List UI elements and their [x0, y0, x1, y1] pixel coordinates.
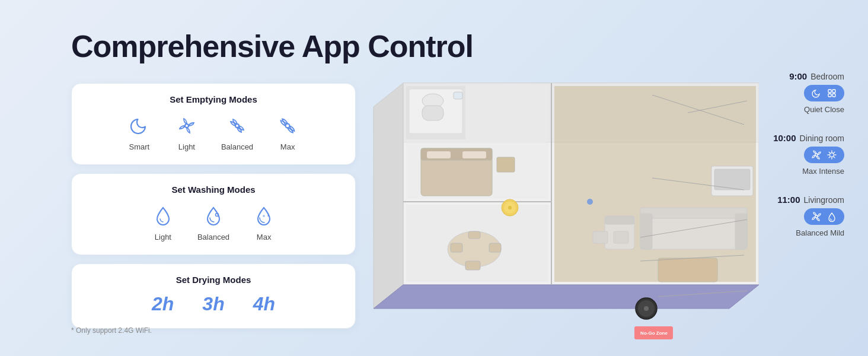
svg-marker-7	[374, 83, 403, 309]
footnote: * Only support 2.4G WiFi.	[71, 326, 152, 335]
svg-point-2	[286, 124, 290, 128]
svg-rect-16	[462, 151, 486, 158]
svg-point-3	[216, 214, 219, 217]
wash-mode-label-light: Light	[155, 233, 171, 241]
svg-line-65	[829, 152, 829, 152]
fan-badge-icon	[811, 150, 822, 160]
washing-modes-title: Set Washing Modes	[88, 185, 339, 195]
mode-label-smart: Smart	[129, 142, 150, 151]
svg-line-66	[834, 157, 835, 158]
svg-point-4	[263, 215, 265, 217]
annotation-dining-sub: Max Intense	[802, 167, 844, 176]
annotation-living-room: Livingroom	[804, 195, 844, 205]
svg-rect-23	[468, 231, 480, 239]
annotation-living-sub: Balanced Mild	[796, 228, 844, 237]
svg-point-41	[508, 206, 512, 209]
drying-modes-card: Set Drying Modes 2h 3h 4h	[71, 263, 356, 329]
svg-rect-21	[489, 243, 501, 252]
moon-badge-icon	[811, 88, 822, 98]
moon-icon	[126, 113, 152, 139]
drying-times-row: 2h 3h 4h	[88, 293, 339, 315]
svg-rect-27	[640, 214, 652, 249]
mode-item-max: Max	[275, 113, 301, 151]
svg-point-60	[830, 153, 834, 157]
grid-badge-icon	[826, 88, 837, 98]
washing-modes-icons: Light Balanced Max	[88, 203, 339, 241]
mode-item-balanced: Balanced	[221, 113, 253, 151]
annotation-bedroom-sub: Quiet Close	[804, 105, 844, 114]
drop-light-icon	[150, 203, 176, 229]
svg-point-44	[587, 199, 593, 205]
svg-rect-51	[454, 92, 462, 99]
svg-line-68	[834, 152, 835, 152]
svg-rect-31	[605, 216, 634, 224]
annotation-dining-room: Dining room	[800, 134, 844, 143]
emptying-modes-card: Set Emptying Modes Smart Light	[71, 83, 356, 165]
wash-mode-item-max: Max	[251, 203, 277, 241]
svg-marker-8	[374, 285, 759, 309]
emptying-modes-icons: Smart Light	[88, 113, 339, 151]
annotation-bedroom-time: 9:00	[789, 71, 807, 81]
washing-modes-card: Set Washing Modes Light Balanced	[71, 173, 356, 255]
annotation-living-time: 11:00	[777, 195, 800, 205]
annotation-living-time-room: 11:00 Livingroom	[777, 195, 844, 205]
sun-badge-icon	[826, 150, 837, 160]
svg-rect-34	[593, 231, 608, 243]
svg-rect-35	[614, 231, 628, 243]
svg-text:No-Go Zone: No-Go Zone	[640, 330, 668, 336]
fan-slow-icon	[174, 113, 200, 139]
mode-item-light: Light	[174, 113, 200, 151]
annotation-bedroom-time-room: 9:00 Bedroom	[789, 71, 844, 81]
svg-rect-56	[832, 90, 835, 93]
swirl-badge-icon	[811, 211, 822, 222]
left-panel: Set Emptying Modes Smart Light	[71, 83, 356, 329]
svg-rect-22	[465, 261, 480, 270]
fan-medium-icon	[224, 113, 250, 139]
svg-rect-50	[422, 106, 443, 120]
svg-rect-15	[427, 151, 451, 158]
annotation-bedroom-room: Bedroom	[810, 72, 844, 81]
annotation-dining: 10:00 Dining room Max	[726, 133, 844, 176]
annotation-living: 11:00 Livingroom Balanced Mild	[726, 195, 844, 237]
svg-line-67	[829, 157, 829, 158]
annotation-bedroom: 9:00 Bedroom Quiet Close	[726, 71, 844, 114]
svg-rect-58	[832, 94, 835, 97]
wash-mode-item-balanced: Balanced	[197, 203, 229, 241]
svg-rect-57	[828, 94, 831, 97]
wash-mode-label-max: Max	[257, 233, 272, 241]
svg-rect-29	[658, 258, 717, 282]
mode-label-balanced: Balanced	[221, 142, 253, 151]
mode-label-max: Max	[280, 142, 295, 151]
fan-fast-icon	[275, 113, 301, 139]
svg-rect-55	[828, 90, 831, 93]
drop-max-icon	[251, 203, 277, 229]
svg-rect-20	[451, 243, 462, 252]
drop-balanced-icon	[200, 203, 226, 229]
svg-rect-17	[497, 157, 515, 172]
annotation-living-badge	[804, 208, 844, 225]
drop-badge-icon	[826, 211, 837, 222]
drying-time-2h: 2h	[152, 293, 174, 315]
mode-item-smart: Smart	[126, 113, 152, 151]
svg-point-38	[644, 306, 649, 311]
annotation-dining-time-room: 10:00 Dining room	[773, 133, 844, 143]
mode-label-light: Light	[178, 142, 195, 151]
drying-time-4h: 4h	[253, 293, 275, 315]
wash-mode-label-balanced: Balanced	[197, 233, 229, 241]
apartment-floor-plan: No-Go Zone	[344, 36, 759, 344]
emptying-modes-title: Set Emptying Modes	[88, 94, 339, 104]
drying-modes-title: Set Drying Modes	[88, 275, 339, 285]
right-annotations: 9:00 Bedroom Quiet Close 10:00 Dining ro…	[726, 71, 844, 237]
annotation-dining-time: 10:00	[773, 133, 796, 143]
wash-mode-item-light: Light	[150, 203, 176, 241]
drying-time-3h: 3h	[202, 293, 224, 315]
annotation-dining-badge	[804, 147, 844, 163]
annotation-bedroom-badge	[804, 85, 844, 101]
